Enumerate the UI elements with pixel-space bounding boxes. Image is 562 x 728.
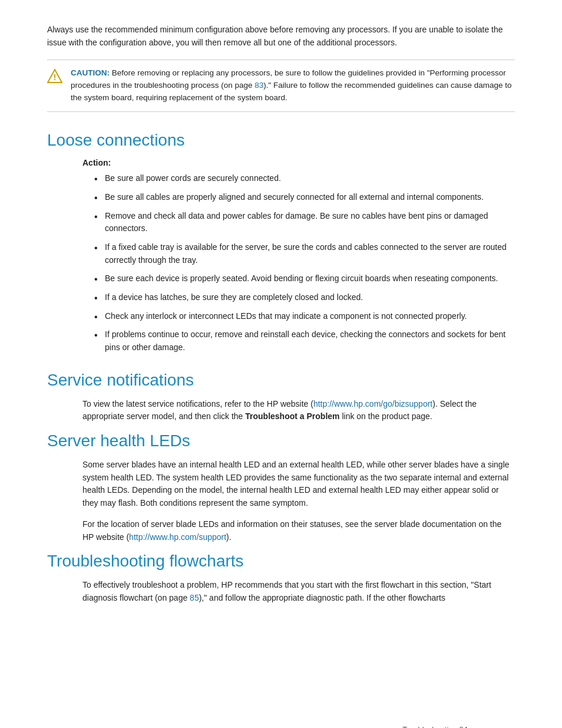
caution-icon: ! [47, 68, 62, 85]
service-notifications-text-before: To view the latest service notifications… [82, 399, 313, 409]
list-item: Remove and check all data and power cabl… [94, 210, 515, 235]
service-notifications-text-end: link on the product page. [340, 411, 432, 421]
troubleshooting-flowcharts-body: To effectively troubleshoot a problem, H… [82, 579, 515, 604]
server-health-leds-paragraph1: Some server blades have an internal heal… [82, 459, 515, 510]
server-health-leds-text-after: ). [226, 532, 232, 542]
caution-text-block: CAUTION: Before removing or replacing an… [71, 67, 515, 104]
loose-connections-list: Be sure all power cords are securely con… [94, 172, 515, 354]
list-item: If a device has latches, be sure they ar… [94, 291, 515, 304]
service-notifications-body: To view the latest service notifications… [82, 398, 515, 423]
service-notifications-link[interactable]: http://www.hp.com/go/bizsupport [313, 399, 432, 409]
server-health-leds-paragraph2: For the location of server blade LEDs an… [82, 518, 515, 543]
caution-box: ! CAUTION: Before removing or replacing … [47, 60, 515, 112]
loose-connections-heading: Loose connections [47, 131, 515, 150]
caution-page-link[interactable]: 83 [254, 81, 263, 90]
service-notifications-bold: Troubleshoot a Problem [245, 411, 339, 421]
server-health-leds-link[interactable]: http://www.hp.com/support [129, 532, 226, 542]
tf-page-link[interactable]: 85 [190, 593, 199, 602]
intro-paragraph: Always use the recommended minimum confi… [47, 24, 515, 49]
list-item: If a fixed cable tray is available for t… [94, 241, 515, 266]
list-item: If problems continue to occur, remove an… [94, 328, 515, 354]
service-notifications-heading: Service notifications [47, 371, 515, 390]
troubleshooting-flowcharts-heading: Troubleshooting flowcharts [47, 552, 515, 571]
list-item: Check any interlock or interconnect LEDs… [94, 310, 515, 323]
svg-text:!: ! [54, 73, 57, 82]
list-item: Be sure all power cords are securely con… [94, 172, 515, 185]
caution-label: CAUTION: [71, 68, 110, 77]
page-wrapper: Always use the recommended minimum confi… [47, 24, 515, 728]
list-item: Be sure each device is properly seated. … [94, 272, 515, 285]
server-health-leds-heading: Server health LEDs [47, 431, 515, 450]
footer: Troubleshooting 84 [402, 725, 468, 728]
list-item: Be sure all cables are properly aligned … [94, 191, 515, 204]
action-label: Action: [82, 158, 515, 167]
tf-text-after: )," and follow the appropriate diagnosti… [199, 593, 445, 602]
